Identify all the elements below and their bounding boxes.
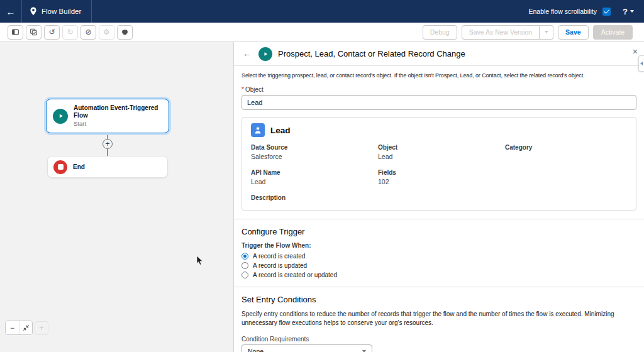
entry-conditions-section: Set Entry Conditions Specify entry condi… bbox=[242, 295, 636, 352]
undo-button[interactable]: ↺ bbox=[44, 25, 60, 40]
chevron-left-icon bbox=[640, 62, 643, 65]
collapse-panel-tab[interactable] bbox=[638, 55, 644, 72]
panel-body: Select the triggering prospect, lead, or… bbox=[234, 66, 644, 352]
radio-record-updated[interactable]: A record is updated bbox=[242, 262, 636, 269]
field-category: Category bbox=[505, 144, 627, 161]
radio-record-created[interactable]: A record is created bbox=[242, 253, 636, 260]
field-fields-count: Fields102 bbox=[378, 169, 505, 186]
location-pin-icon bbox=[30, 7, 37, 16]
zoom-in-button[interactable]: + bbox=[35, 321, 48, 335]
field-api-name: API NameLead bbox=[251, 169, 378, 186]
object-detail-card: Lead Data SourceSalesforce ObjectLead Ca… bbox=[242, 117, 636, 211]
canvas-tools: ↺ ↻ ⊘ ⚙ bbox=[8, 25, 133, 40]
start-node-subtitle: Start bbox=[74, 120, 158, 128]
panel-header: ← Prospect, Lead, Contact or Related Rec… bbox=[234, 42, 644, 66]
mouse-cursor bbox=[196, 256, 204, 267]
zoom-controls: − + bbox=[5, 321, 48, 335]
field-description: Description bbox=[251, 194, 378, 203]
end-node-title: End bbox=[73, 163, 85, 171]
start-node-icon bbox=[53, 109, 68, 124]
panel-description: Select the triggering prospect, lead, or… bbox=[242, 72, 636, 80]
end-node-icon bbox=[53, 160, 67, 174]
help-icon: ? bbox=[623, 7, 628, 16]
zoom-out-button[interactable]: − bbox=[6, 321, 19, 334]
condition-requirements-dropdown[interactable]: None bbox=[242, 344, 372, 352]
stop-square-icon bbox=[58, 164, 64, 170]
redo-button[interactable]: ↻ bbox=[62, 25, 78, 40]
save-as-new-version-button[interactable]: Save As New Version bbox=[462, 25, 540, 40]
select-elements-button[interactable] bbox=[26, 25, 42, 40]
bot-tool-button[interactable] bbox=[117, 25, 133, 40]
scrollability-label: Enable flow scrollability bbox=[528, 8, 597, 15]
panel-back-button[interactable]: ← bbox=[243, 49, 251, 58]
play-icon bbox=[262, 51, 269, 57]
start-node-text: Automation Event-TriggeredFlow Start bbox=[74, 104, 158, 128]
entry-conditions-heading: Set Entry Conditions bbox=[242, 295, 636, 304]
flow-builder-window: ← Flow Builder Enable flow scrollability… bbox=[0, 0, 644, 352]
disable-connector-icon: ⊘ bbox=[85, 28, 91, 36]
object-field-label: *Object bbox=[242, 86, 636, 93]
select-elements-icon bbox=[29, 28, 38, 36]
back-arrow-icon: ← bbox=[6, 6, 16, 17]
disable-connector-button[interactable]: ⊘ bbox=[80, 25, 96, 40]
object-card-fields: Data SourceSalesforce ObjectLead Categor… bbox=[251, 144, 627, 203]
trigger-config-panel: ← Prospect, Lead, Contact or Related Rec… bbox=[234, 42, 644, 352]
start-node[interactable]: Automation Event-TriggeredFlow Start bbox=[46, 99, 169, 133]
toolbar-actions: Debug Save As New Version Save Activate bbox=[423, 25, 633, 40]
app-title: Flow Builder bbox=[42, 8, 81, 15]
close-panel-button[interactable]: × bbox=[633, 47, 638, 56]
condition-requirements-label: Condition Requirements bbox=[242, 336, 636, 343]
flow-settings-button[interactable]: ⚙ bbox=[99, 25, 114, 40]
save-as-split-button: Save As New Version bbox=[462, 25, 553, 40]
toolbar: ↺ ↻ ⊘ ⚙ Debug Save As New Version Save A… bbox=[0, 23, 644, 42]
save-as-dropdown-button[interactable] bbox=[540, 25, 553, 40]
chevron-down-icon bbox=[545, 31, 548, 33]
toggle-panel-button[interactable] bbox=[8, 25, 23, 40]
navbar-right: Enable flow scrollability ? bbox=[528, 7, 644, 16]
field-data-source: Data SourceSalesforce bbox=[251, 144, 378, 161]
play-icon bbox=[57, 113, 64, 119]
chevron-down-icon bbox=[630, 10, 634, 13]
object-card-title: Lead bbox=[270, 126, 291, 135]
radio-record-created-or-updated[interactable]: A record is created or updated bbox=[242, 272, 636, 278]
person-icon bbox=[253, 126, 262, 135]
activate-button[interactable]: Activate bbox=[593, 25, 633, 40]
field-object: ObjectLead bbox=[378, 144, 505, 161]
radio-button-icon bbox=[242, 262, 248, 269]
trigger-when-label: Trigger the Flow When: bbox=[242, 242, 636, 249]
object-input[interactable] bbox=[242, 95, 636, 110]
add-element-button[interactable]: + bbox=[103, 139, 113, 149]
help-menu[interactable]: ? bbox=[623, 7, 634, 16]
back-button[interactable]: ← bbox=[0, 0, 21, 23]
configure-trigger-section: Configure Trigger Trigger the Flow When:… bbox=[242, 227, 636, 278]
navbar-divider bbox=[91, 0, 92, 23]
undo-icon: ↺ bbox=[48, 28, 55, 36]
entry-conditions-description: Specify entry conditions to reduce the n… bbox=[242, 310, 634, 327]
flow-canvas[interactable]: Automation Event-TriggeredFlow Start + E… bbox=[0, 42, 234, 352]
object-card-header: Lead bbox=[251, 123, 627, 137]
debug-button[interactable]: Debug bbox=[423, 25, 457, 40]
fit-to-view-button[interactable] bbox=[19, 321, 32, 334]
redo-icon: ↻ bbox=[67, 28, 73, 36]
scrollability-checkbox[interactable] bbox=[602, 8, 611, 16]
flow-trigger-icon bbox=[258, 47, 272, 61]
field-empty bbox=[505, 169, 627, 186]
zoom-button-group: − bbox=[5, 321, 33, 335]
end-node[interactable]: End bbox=[47, 156, 168, 178]
back-arrow-icon: ← bbox=[243, 49, 251, 58]
configure-trigger-heading: Configure Trigger bbox=[242, 227, 636, 236]
section-divider bbox=[234, 219, 644, 219]
required-mark: * bbox=[242, 86, 244, 93]
section-divider bbox=[234, 287, 644, 287]
start-node-title: Automation Event-TriggeredFlow bbox=[74, 104, 158, 119]
settings-gear-icon: ⚙ bbox=[103, 28, 110, 36]
radio-button-icon bbox=[242, 253, 248, 260]
toggle-panel-icon bbox=[11, 28, 20, 36]
main-area: Automation Event-TriggeredFlow Start + E… bbox=[0, 42, 644, 352]
panel-title: Prospect, Lead, Contact or Related Recor… bbox=[278, 49, 465, 58]
lead-object-icon bbox=[251, 123, 265, 137]
app-name-section: Flow Builder bbox=[22, 0, 91, 23]
save-button[interactable]: Save bbox=[558, 25, 589, 40]
dropdown-value: None bbox=[248, 348, 264, 352]
radio-button-icon bbox=[242, 272, 248, 278]
